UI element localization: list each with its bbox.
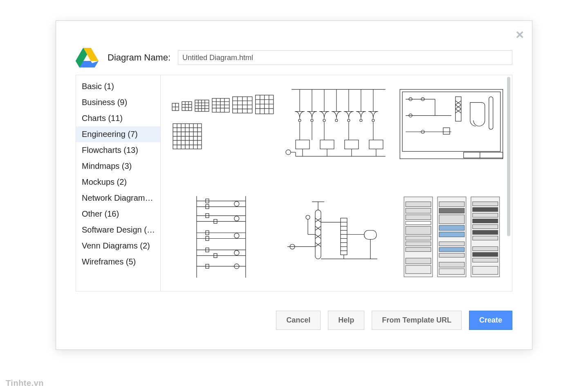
svg-rect-103 xyxy=(443,128,450,134)
svg-rect-163 xyxy=(406,202,431,207)
svg-rect-183 xyxy=(439,269,465,274)
svg-rect-94 xyxy=(489,97,493,130)
sidebar-item-venn[interactable]: Venn Diagrams (2) xyxy=(76,238,160,254)
svg-rect-131 xyxy=(315,210,321,259)
svg-rect-177 xyxy=(439,226,465,231)
close-icon[interactable]: × xyxy=(516,27,524,41)
svg-rect-165 xyxy=(406,215,431,220)
from-template-url-button[interactable]: From Template URL xyxy=(372,311,462,330)
template-server-racks[interactable] xyxy=(398,188,505,284)
svg-point-82 xyxy=(286,150,291,155)
svg-point-122 xyxy=(234,233,239,238)
svg-point-64 xyxy=(335,119,337,122)
dialog-button-row: Cancel Help From Template URL Create xyxy=(76,311,512,330)
svg-rect-167 xyxy=(406,226,431,235)
svg-rect-168 xyxy=(406,236,431,240)
svg-rect-195 xyxy=(473,266,498,274)
svg-rect-104 xyxy=(464,152,503,158)
sidebar-item-wireframes[interactable]: Wireframes (5) xyxy=(76,254,160,270)
create-button[interactable]: Create xyxy=(469,311,512,330)
svg-rect-170 xyxy=(406,247,431,251)
svg-rect-20 xyxy=(212,99,229,112)
svg-rect-186 xyxy=(473,208,498,212)
svg-rect-85 xyxy=(400,90,503,159)
new-diagram-dialog: × Diagram Name: Basic (1) Business (9) C… xyxy=(56,20,532,350)
svg-rect-86 xyxy=(402,92,500,152)
svg-rect-178 xyxy=(439,232,465,237)
svg-rect-187 xyxy=(473,213,498,217)
template-gallery xyxy=(161,75,512,291)
template-gallery-wrap xyxy=(161,75,512,291)
svg-rect-76 xyxy=(369,140,383,149)
svg-rect-190 xyxy=(473,231,498,235)
sidebar-item-business[interactable]: Business (9) xyxy=(76,94,160,110)
svg-rect-169 xyxy=(406,242,431,246)
svg-point-67 xyxy=(372,119,374,122)
template-process-schematic-1[interactable] xyxy=(398,82,505,178)
svg-rect-176 xyxy=(439,215,465,224)
svg-point-62 xyxy=(311,119,313,122)
help-button[interactable]: Help xyxy=(328,311,364,330)
svg-point-61 xyxy=(298,119,301,122)
svg-rect-189 xyxy=(473,225,498,229)
sidebar-item-engineering[interactable]: Engineering (7) xyxy=(76,126,160,142)
svg-point-63 xyxy=(323,119,325,122)
sidebar-item-mindmaps[interactable]: Mindmaps (3) xyxy=(76,158,160,174)
google-drive-icon xyxy=(76,48,99,67)
sidebar-item-charts[interactable]: Charts (11) xyxy=(76,110,160,126)
svg-point-117 xyxy=(234,216,239,221)
svg-rect-75 xyxy=(344,140,358,149)
svg-rect-179 xyxy=(439,242,465,246)
svg-rect-74 xyxy=(320,140,334,149)
svg-point-112 xyxy=(234,202,239,206)
svg-rect-172 xyxy=(406,265,431,273)
svg-rect-164 xyxy=(406,208,431,213)
svg-rect-175 xyxy=(439,208,465,213)
category-sidebar: Basic (1) Business (9) Charts (11) Engin… xyxy=(76,75,161,291)
svg-rect-185 xyxy=(473,202,498,206)
svg-rect-194 xyxy=(473,258,498,262)
svg-rect-191 xyxy=(473,236,498,240)
svg-rect-140 xyxy=(340,218,347,255)
dialog-header: Diagram Name: xyxy=(76,46,512,69)
svg-point-66 xyxy=(359,119,362,122)
sidebar-item-other[interactable]: Other (16) xyxy=(76,206,160,222)
svg-rect-188 xyxy=(473,219,498,223)
svg-point-127 xyxy=(234,250,239,255)
svg-rect-180 xyxy=(439,247,465,251)
diagram-name-label: Diagram Name: xyxy=(108,52,171,63)
svg-rect-149 xyxy=(364,231,376,240)
template-logic-circuit[interactable] xyxy=(283,82,390,178)
sidebar-item-mockups[interactable]: Mockups (2) xyxy=(76,174,160,190)
watermark-text: Tinhte.vn xyxy=(6,379,44,388)
dialog-body: Basic (1) Business (9) Charts (11) Engin… xyxy=(76,75,512,291)
svg-rect-192 xyxy=(473,246,498,251)
template-cabinets-grid[interactable] xyxy=(168,82,274,178)
svg-rect-181 xyxy=(439,253,465,257)
svg-point-65 xyxy=(347,119,350,122)
diagram-name-input[interactable] xyxy=(178,50,512,65)
sidebar-item-flowcharts[interactable]: Flowcharts (13) xyxy=(76,142,160,158)
sidebar-item-basic[interactable]: Basic (1) xyxy=(76,78,160,94)
sidebar-item-software[interactable]: Software Design (… xyxy=(76,222,160,238)
template-ladder-diagram[interactable] xyxy=(168,188,274,284)
svg-rect-87 xyxy=(456,97,461,121)
template-process-schematic-2[interactable] xyxy=(283,188,390,284)
svg-rect-174 xyxy=(439,202,465,207)
svg-rect-166 xyxy=(406,222,431,225)
svg-rect-193 xyxy=(473,252,498,256)
svg-point-159 xyxy=(306,215,310,220)
svg-rect-8 xyxy=(182,102,192,111)
svg-rect-73 xyxy=(296,140,310,149)
svg-rect-171 xyxy=(406,258,431,264)
cancel-button[interactable]: Cancel xyxy=(276,311,321,330)
sidebar-item-network[interactable]: Network Diagram… xyxy=(76,190,160,206)
svg-rect-182 xyxy=(439,262,465,267)
